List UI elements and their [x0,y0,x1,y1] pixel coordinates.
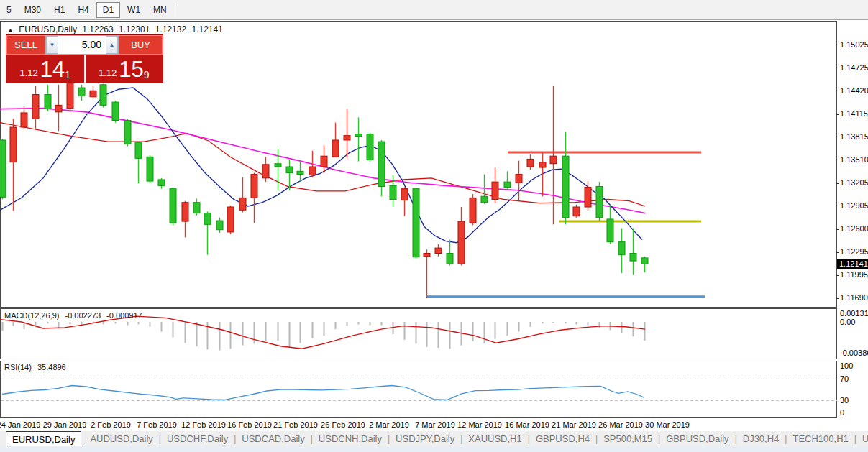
macd-axis-label: -0.003862 [840,349,868,357]
tab-xauusd-h1[interactable]: XAUUSD,H1 [462,432,527,446]
rsi-indicator-panel[interactable] [0,361,837,418]
price-axis-tick [836,45,839,45]
timeframe-toolbar: 5M30H1H4D1W1MN [0,0,868,20]
timeframe-button-w1[interactable]: W1 [122,3,146,17]
date-axis-label: 30 Mar 2019 [645,420,690,429]
ohlc-close: 1.12141 [192,24,223,34]
price-axis-label: 1.14115 [840,109,868,118]
timeframe-button-5[interactable]: 5 [1,3,17,17]
date-axis-label: 2 Feb 2019 [91,420,131,429]
price-axis-tick [836,206,839,206]
buy-price-prefix: 1.12 [99,68,117,78]
price-axis-label: 1.12295 [840,247,868,256]
price-axis-label: 1.11995 [840,270,868,279]
price-axis-label: 1.14725 [840,63,868,72]
price-axis-label: 1.12600 [840,224,868,233]
date-axis-label: 24 Jan 2019 [0,420,40,429]
price-axis-tick [836,298,839,299]
timeframe-button-h1[interactable]: H1 [48,3,70,17]
macd-signal-value: -0.000917 [106,311,142,320]
current-price-tag: 1.12141 [837,259,868,269]
price-axis-label: 1.13205 [840,178,868,187]
chart-symbol-label: EURUSD,Daily [19,24,77,34]
rsi-axis-label: 70 [840,374,849,383]
rsi-axis-label: 30 [840,396,849,405]
sell-price-prefix: 1.12 [19,68,37,78]
timeframe-button-h4[interactable]: H4 [72,3,94,17]
price-axis-label: 1.14420 [840,86,868,95]
timeframe-button-m30[interactable]: M30 [19,3,47,17]
buy-price-sup: 9 [144,69,150,80]
timeframe-button-d1[interactable]: D1 [96,2,120,18]
rsi-label: RSI(14) 35.4896 [4,363,70,372]
rsi-axis-label: 0 [840,408,844,417]
tab-ui[interactable]: UI [856,432,868,446]
tab-usdchf-daily[interactable]: USDCHF,Daily [161,432,234,446]
tab-sp500-m15[interactable]: SP500,M15 [598,432,658,446]
tab-dj30-h4[interactable]: DJ30,H4 [737,432,785,446]
buy-price-big: 15 [119,59,143,80]
date-axis-label: 26 Mar 2019 [598,420,643,429]
price-axis-tick [836,229,839,230]
macd-name: MACD(12,26,9) [4,311,59,320]
chart-title: ▲ EURUSD,Daily 1.12263 1.12301 1.12132 1… [7,24,226,34]
tab-gbpusd-daily[interactable]: GBPUSD,Daily [660,432,734,446]
volume-group: ▼ 5.00 ▲ [45,35,119,55]
ohlc-open: 1.12263 [82,24,113,34]
price-axis-tick [836,114,839,115]
toolbar-separator [178,3,178,17]
price-axis-tick [836,275,839,276]
price-axis-label: 1.12905 [840,201,868,210]
sell-price-big: 14 [40,59,65,80]
date-axis-label: 21 Mar 2019 [552,420,596,429]
tab-eurusd-daily[interactable]: EURUSD,Daily [6,431,81,446]
price-axis-tick [836,68,839,68]
macd-axis-label: 0.001313 [840,309,868,318]
sell-price-sup: 1 [65,69,70,80]
date-axis-label: 12 Feb 2019 [181,420,226,429]
sell-price-display[interactable]: 1.12 14 1 [6,55,84,83]
price-axis-tick [836,91,839,91]
price-axis-label: 1.13815 [840,132,868,141]
collapse-triangle-icon[interactable]: ▲ [7,27,14,34]
ohlc-low: 1.12132 [155,24,186,34]
trading-platform-window: 5M30H1H4D1W1MN ▲ EURUSD,Daily 1.12263 1.… [0,0,868,452]
timeframe-button-mn[interactable]: MN [147,3,173,17]
macd-value: -0.002273 [65,311,101,320]
price-axis-label: 1.13510 [840,155,868,164]
tab-usdjpy-daily[interactable]: USDJPY,Daily [390,432,460,446]
tab-usdcad-daily[interactable]: USDCAD,Daily [236,432,310,446]
buy-button[interactable]: BUY [119,35,163,55]
macd-axis-label: 0.00 [840,318,855,326]
date-axis-label: 21 Feb 2019 [273,420,318,429]
one-click-trade-panel: SELL ▼ 5.00 ▲ BUY 1.12 14 1 1.12 15 9 [6,34,163,83]
date-axis-label: 29 Jan 2019 [43,420,87,429]
tab-gbpusd-h4[interactable]: GBPUSD,H4 [530,432,595,446]
sell-button[interactable]: SELL [6,35,45,55]
volume-dropdown-icon[interactable]: ▼ [46,36,58,54]
date-axis-label: 7 Feb 2019 [137,420,177,429]
rsi-name: RSI(14) [4,363,32,372]
price-axis-label: 1.15025 [840,40,868,49]
price-axis-tick [836,137,839,137]
price-axis-tick [836,252,839,253]
date-axis-label: 12 Mar 2019 [457,420,502,429]
buy-price-display[interactable]: 1.12 15 9 [86,55,163,83]
price-axis-tick [836,183,839,184]
price-axis-tick [836,160,839,160]
volume-input[interactable]: 5.00 [58,36,106,54]
date-axis-label: 2 Mar 2019 [369,420,409,429]
symbol-tab-bar: EURUSD,DailyAUDUSD,Daily|USDCHF,Daily|US… [0,431,868,446]
date-axis-label: 7 Mar 2019 [415,420,455,429]
bottom-strip [0,446,868,452]
tab-audusd-daily[interactable]: AUDUSD,Daily [84,432,158,446]
rsi-value: 35.4896 [37,363,66,372]
volume-spinner-icon[interactable]: ▲ [106,36,118,54]
date-axis-label: 16 Feb 2019 [227,420,272,429]
ohlc-high: 1.12301 [119,24,150,34]
date-axis-label: 26 Feb 2019 [321,420,365,429]
tab-tech100-h1[interactable]: TECH100,H1 [787,432,854,446]
macd-label: MACD(12,26,9) -0.002273 -0.000917 [4,311,146,320]
tab-usdcnh-daily[interactable]: USDCNH,Daily [313,432,388,446]
rsi-axis-label: 100 [840,361,853,370]
